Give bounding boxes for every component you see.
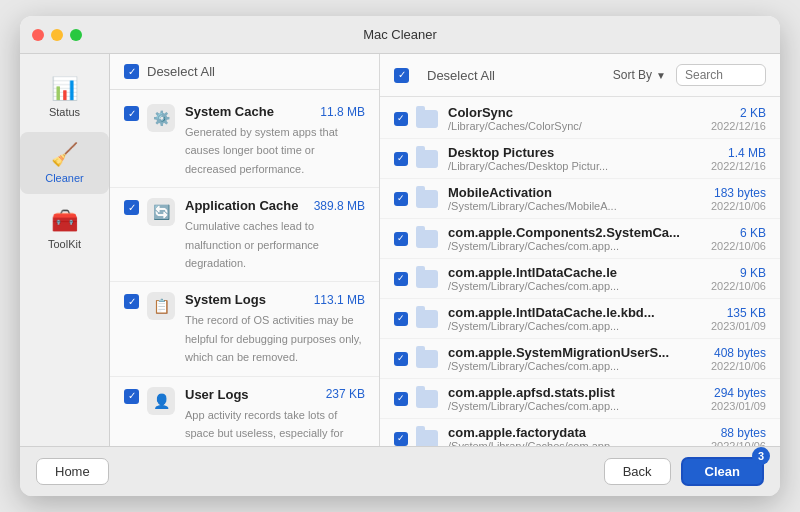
- right-item-size: 6 KB: [711, 226, 766, 240]
- right-deselect-all-label: Deselect All: [427, 68, 495, 83]
- folder-icon: [416, 229, 440, 249]
- content-area: 📊 Status 🧹 Cleaner 🧰 ToolKit ✓ Deselect …: [20, 54, 780, 446]
- folder-icon: [416, 349, 440, 369]
- right-item-checkbox-6[interactable]: ✓: [394, 352, 408, 366]
- system-cache-checkbox[interactable]: ✓: [124, 106, 139, 121]
- right-item-checkbox-2[interactable]: ✓: [394, 192, 408, 206]
- right-item-content: MobileActivation /System/Library/Caches/…: [448, 185, 701, 212]
- right-item-path: /System/Library/Caches/com.app...: [448, 320, 701, 332]
- system-cache-icon: ⚙️: [147, 104, 175, 132]
- folder-icon: [416, 189, 440, 209]
- toolkit-icon: 🧰: [51, 208, 78, 234]
- right-item-content: com.apple.Components2.SystemCa... /Syste…: [448, 225, 701, 252]
- main-window: Mac Cleaner 📊 Status 🧹 Cleaner 🧰 ToolKit…: [20, 16, 780, 496]
- table-row: ✓ Desktop Pictures /Library/Caches/Deskt…: [380, 139, 780, 179]
- home-button[interactable]: Home: [36, 458, 109, 485]
- right-item-path: /System/Library/Caches/com.app...: [448, 400, 701, 412]
- right-item-name: MobileActivation: [448, 185, 701, 200]
- footer: Home Back 3 Clean: [20, 446, 780, 496]
- list-item: ✓ 🔄 Application Cache 389.8 MB Cumulativ…: [110, 188, 379, 282]
- right-item-date: 2022/10/06: [711, 240, 766, 252]
- clean-badge: 3: [752, 447, 770, 465]
- system-logs-checkbox[interactable]: ✓: [124, 294, 139, 309]
- system-logs-title: System Logs: [185, 292, 266, 307]
- window-title: Mac Cleaner: [363, 27, 437, 42]
- right-item-name: Desktop Pictures: [448, 145, 701, 160]
- right-item-checkbox-7[interactable]: ✓: [394, 392, 408, 406]
- folder-icon: [416, 269, 440, 289]
- right-item-meta: 6 KB 2022/10/06: [711, 226, 766, 252]
- clean-button[interactable]: Clean: [681, 457, 764, 486]
- table-row: ✓ com.apple.IntIDataCache.le.kbd... /Sys…: [380, 299, 780, 339]
- table-row: ✓ com.apple.Components2.SystemCa... /Sys…: [380, 219, 780, 259]
- folder-icon: [416, 389, 440, 409]
- left-deselect-all-label: Deselect All: [147, 64, 215, 79]
- sidebar-item-status[interactable]: 📊 Status: [20, 66, 109, 128]
- minimize-button[interactable]: [51, 29, 63, 41]
- right-item-checkbox-8[interactable]: ✓: [394, 432, 408, 446]
- system-logs-size: 113.1 MB: [314, 293, 365, 307]
- right-items-list: ✓ ColorSync /Library/Caches/ColorSync/ 2…: [380, 97, 780, 446]
- right-item-name: com.apple.SystemMigrationUserS...: [448, 345, 701, 360]
- right-item-name: com.apple.apfsd.stats.plist: [448, 385, 701, 400]
- table-row: ✓ ColorSync /Library/Caches/ColorSync/ 2…: [380, 99, 780, 139]
- sort-by-label: Sort By: [613, 68, 652, 82]
- search-input[interactable]: [676, 64, 766, 86]
- folder-icon: [416, 309, 440, 329]
- sidebar-item-toolkit[interactable]: 🧰 ToolKit: [20, 198, 109, 260]
- system-logs-icon: 📋: [147, 292, 175, 320]
- system-cache-size: 11.8 MB: [320, 105, 365, 119]
- right-item-name: com.apple.Components2.SystemCa...: [448, 225, 701, 240]
- close-button[interactable]: [32, 29, 44, 41]
- left-deselect-all-checkbox[interactable]: ✓: [124, 64, 139, 79]
- app-cache-desc: Cumulative caches lead to malfunction or…: [185, 220, 319, 269]
- right-item-meta: 1.4 MB 2022/12/16: [711, 146, 766, 172]
- right-item-size: 88 bytes: [711, 426, 766, 440]
- user-logs-checkbox[interactable]: ✓: [124, 389, 139, 404]
- sidebar-item-cleaner-label: Cleaner: [45, 172, 84, 184]
- right-item-date: 2022/12/16: [711, 120, 766, 132]
- table-row: ✓ MobileActivation /System/Library/Cache…: [380, 179, 780, 219]
- folder-icon: [416, 429, 440, 447]
- app-cache-checkbox[interactable]: ✓: [124, 200, 139, 215]
- right-item-content: com.apple.IntIDataCache.le /System/Libra…: [448, 265, 701, 292]
- left-panel-header: ✓ Deselect All: [110, 54, 379, 90]
- right-item-size: 9 KB: [711, 266, 766, 280]
- right-item-date: 2022/10/06: [711, 200, 766, 212]
- list-item: ✓ ⚙️ System Cache 11.8 MB Generated by s…: [110, 94, 379, 188]
- clean-button-wrapper: 3 Clean: [681, 457, 764, 486]
- right-item-name: com.apple.IntIDataCache.le: [448, 265, 701, 280]
- right-item-path: /System/Library/Caches/com.app...: [448, 360, 701, 372]
- table-row: ✓ com.apple.factorydata /System/Library/…: [380, 419, 780, 446]
- maximize-button[interactable]: [70, 29, 82, 41]
- right-item-checkbox-1[interactable]: ✓: [394, 152, 408, 166]
- right-item-meta: 2 KB 2022/12/16: [711, 106, 766, 132]
- left-panel: ✓ Deselect All ✓ ⚙️ System Cache 11.8 MB: [110, 54, 380, 446]
- user-logs-desc: App activity records take lots of space …: [185, 409, 343, 446]
- right-item-meta: 9 KB 2022/10/06: [711, 266, 766, 292]
- user-logs-content: User Logs 237 KB App activity records ta…: [185, 387, 365, 446]
- right-item-size: 135 KB: [711, 306, 766, 320]
- back-button[interactable]: Back: [604, 458, 671, 485]
- sort-by-button[interactable]: Sort By ▼: [613, 68, 666, 82]
- right-item-checkbox-3[interactable]: ✓: [394, 232, 408, 246]
- right-item-path: /System/Library/Caches/com.app...: [448, 240, 701, 252]
- sidebar-item-cleaner[interactable]: 🧹 Cleaner: [20, 132, 109, 194]
- user-logs-icon: 👤: [147, 387, 175, 415]
- right-item-content: com.apple.factorydata /System/Library/Ca…: [448, 425, 701, 446]
- right-item-meta: 88 bytes 2022/10/06: [711, 426, 766, 447]
- right-item-size: 183 bytes: [711, 186, 766, 200]
- right-item-checkbox-5[interactable]: ✓: [394, 312, 408, 326]
- folder-icon: [416, 149, 440, 169]
- right-item-content: Desktop Pictures /Library/Caches/Desktop…: [448, 145, 701, 172]
- titlebar: Mac Cleaner: [20, 16, 780, 54]
- right-item-checkbox-0[interactable]: ✓: [394, 112, 408, 126]
- right-item-meta: 135 KB 2023/01/09: [711, 306, 766, 332]
- right-deselect-all-checkbox[interactable]: ✓: [394, 68, 409, 83]
- table-row: ✓ com.apple.IntIDataCache.le /System/Lib…: [380, 259, 780, 299]
- right-item-checkbox-4[interactable]: ✓: [394, 272, 408, 286]
- right-item-name: com.apple.factorydata: [448, 425, 701, 440]
- system-logs-content: System Logs 113.1 MB The record of OS ac…: [185, 292, 365, 365]
- right-item-path: /System/Library/Caches/com.app...: [448, 280, 701, 292]
- right-item-size: 1.4 MB: [711, 146, 766, 160]
